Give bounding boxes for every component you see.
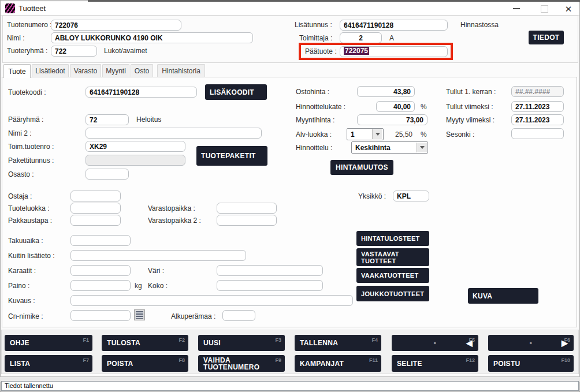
tuoteluokka-input[interactable] [70,203,121,214]
toimittaja-label: Toimittaja : [299,34,332,42]
status-text: Tiedot tallennettu [5,382,53,389]
kuitin-lisatieto-label: Kuitin lisätieto : [8,252,55,260]
maximize-button[interactable] [536,3,553,14]
previous-button[interactable]: -◀F5 [392,335,478,351]
ostohinta-input[interactable] [357,86,415,97]
karaatit-label: Karaatit : [8,267,36,275]
tuotekoodi-input[interactable] [85,87,197,98]
ostohinta-label: Ostohinta : [296,88,329,96]
pakkaustapa-label: Pakkaustapa : [8,216,52,225]
uusi-button[interactable]: UUSIF3 [198,335,285,351]
hintamuutos-button[interactable]: HINTAMUUTOS [330,160,393,175]
varastopaikka2-input[interactable] [217,215,277,226]
tab-varasto[interactable]: Varasto [70,64,101,77]
ostaja-input[interactable] [70,191,121,201]
varastopaikka-input[interactable] [217,203,277,214]
tulosta-button[interactable]: TULOSTAF2 [102,335,188,351]
cn-nimike-input[interactable] [70,310,131,321]
tab-tuote[interactable]: Tuote [3,64,31,78]
paino-unit: kg [135,282,142,290]
hinnoittelukate-unit: % [421,103,427,111]
tab-osto[interactable]: Osto [131,64,153,77]
tab-myynti[interactable]: Myynti [102,64,129,77]
minimize-icon [513,8,520,9]
tullut-viimeksi-input[interactable] [511,101,564,112]
alkuperamaa-input[interactable] [222,310,255,321]
alv-luokka-value: 1 [351,130,355,139]
tullut-ekan-label: Tullut 1. kerran : [446,88,496,96]
paino-input[interactable] [70,280,131,291]
tab-lisatiedot[interactable]: Lisätiedot [32,64,69,77]
kuvaus-input[interactable] [70,295,353,306]
selite-button[interactable]: SELITEF12 [392,355,478,372]
chevron-down-icon [420,146,425,149]
lisakoodit-button[interactable]: LISÄKOODIT [205,84,267,100]
hinnoittelu-value: Keskihinta [355,144,391,152]
ohje-button[interactable]: OHJEF1 [5,335,92,351]
list-icon [136,311,143,319]
vaihda-tuotenumero-button[interactable]: VAIHDA TUOTENUMEROF9 [198,355,285,372]
tuoteryhma-input[interactable] [51,46,97,57]
app-window: Tuotteet ✕ Tuotenumero : Nimi : Tuoteryh… [0,0,580,392]
hintatulosteet-button[interactable]: HINTATULOSTEET [356,231,429,246]
varastopaikka2-label: Varastopaikka 2 : [148,216,201,225]
tuotepaketit-button[interactable]: TUOTEPAKETIT [196,146,267,166]
lisatunnus-input[interactable] [340,20,448,31]
lista-button[interactable]: LISTAF7 [5,355,92,372]
nimi-input[interactable] [51,32,253,43]
minimize-button[interactable] [508,3,525,14]
kuva-button[interactable]: KUVA [468,288,538,304]
kampanjat-button[interactable]: KAMPANJATF11 [295,355,381,372]
sesonki-label: Sesonki : [446,130,474,139]
sesonki-input[interactable] [511,128,564,139]
next-button[interactable]: -▶F6 [488,335,574,351]
toim-tuotenro-input[interactable] [85,141,185,152]
title-bar: Tuotteet ✕ [1,2,579,16]
hinnoittelu-label: Hinnoittelu : [296,144,332,152]
lisatunnus-label: Lisätunnus : [295,21,332,29]
varastopaikka-label: Varastopaikka : [148,204,195,212]
joukkotuotteet-button[interactable]: JOUKKOTUOTTEET [356,286,429,301]
koko-input[interactable] [217,280,323,291]
alv-luokka-select[interactable]: 1 [347,128,384,140]
tab-hintahistoria[interactable]: Hintahistoria [157,64,205,77]
alv-unit: % [421,130,427,139]
hinnoittelukate-input[interactable] [376,101,415,112]
cn-nimike-label: Cn-nimike : [8,312,43,320]
osasto-input[interactable] [85,169,129,180]
yksikko-input[interactable] [393,191,429,201]
maximize-icon [541,5,548,13]
tuoteluokka-label: Tuoteluokka : [8,204,50,212]
nimi2-label: Nimi 2 : [8,129,32,137]
tuoteryhma-desc: Lukot/avaimet [104,47,147,55]
vastaavat-tuotteet-button[interactable]: VASTAAVAT TUOTTEET [356,248,429,266]
vari-input[interactable] [217,265,323,276]
myyty-viimeksi-label: Myyty viimeksi : [446,116,495,124]
paaryhma-desc: Heloitus [136,115,161,124]
myyty-viimeksi-input[interactable] [511,114,564,125]
poistu-button[interactable]: POISTUF10 [488,355,574,372]
karaatit-input[interactable] [70,265,131,276]
tullut-ekan-input[interactable] [511,86,564,97]
tullut-viimeksi-label: Tullut viimeksi : [446,103,493,111]
close-button[interactable]: ✕ [560,3,577,14]
toimittaja-input[interactable] [340,32,382,43]
kuitin-lisatieto-input[interactable] [70,250,246,261]
takuuaika-input[interactable] [70,235,131,246]
myyntihinta-label: Myyntihinta : [296,116,334,124]
nimi2-input[interactable] [85,128,262,139]
pakkaustapa-input[interactable] [70,215,121,226]
cn-nimike-lookup-button[interactable] [134,309,145,320]
yksikko-label: Yksikkö : [358,192,386,200]
pakettitunnus-input[interactable] [85,155,185,166]
close-icon: ✕ [565,5,572,13]
tuotenumero-label: Tuotenumero : [7,21,52,29]
tallenna-button[interactable]: TALLENNAF4 [295,335,381,351]
vaakatuotteet-button[interactable]: VAAKATUOTTEET [356,268,429,283]
hinnoittelu-select[interactable]: Keskihinta [351,141,428,154]
poista-button[interactable]: POISTAF8 [102,355,188,372]
tiedot-button[interactable]: TIEDOT [529,31,564,44]
tuotenumero-input[interactable] [51,20,181,31]
paaryhma-input[interactable] [85,114,129,125]
myyntihinta-input[interactable] [357,114,427,125]
